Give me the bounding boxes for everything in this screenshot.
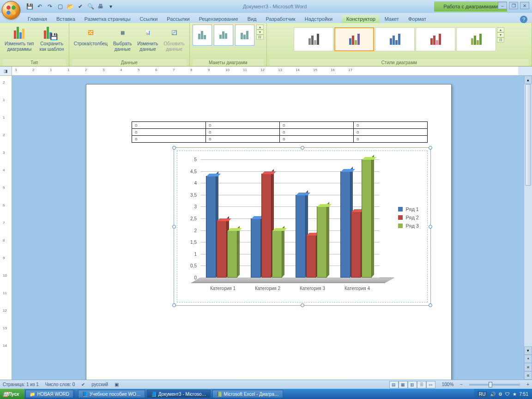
tray-clock[interactable]: 7:51 (520, 392, 528, 397)
scroll-up-button[interactable]: ▴ (524, 76, 532, 84)
new-icon[interactable]: ▢ (55, 2, 65, 11)
scroll-thumb[interactable] (525, 84, 531, 186)
tray-icon[interactable]: 🛡 (505, 392, 510, 397)
tab-page-layout[interactable]: Разметка страницы (80, 15, 135, 23)
view-web[interactable]: ▥ (408, 381, 417, 388)
save-template-label: Сохранить как шаблон (39, 41, 64, 52)
status-words[interactable]: Число слов: 0 (45, 382, 75, 387)
page[interactable]: ¤¤¤¤ ¤¤¤¤ ¤¤¤¤ 00,511,522,533,544,55 (86, 84, 452, 398)
ruler-area: ◨ 3211234567891011121314151617 (0, 66, 532, 76)
style-option-5[interactable] (456, 27, 496, 51)
taskbar-folder[interactable]: 📁 НОВАЯ WORD (25, 390, 73, 398)
window-title: Документ3 - Microsoft Word (115, 4, 434, 9)
tray-icon[interactable]: ★ (513, 392, 517, 397)
save-icon[interactable]: 💾 (25, 2, 34, 11)
spellcheck-status-icon[interactable]: ✔ (81, 382, 85, 387)
style-option-2[interactable] (334, 27, 374, 51)
save-template-button[interactable]: 💾 Сохранить как шаблон (37, 24, 66, 53)
vertical-scrollbar[interactable]: ▴ ▾ ∘ ≡ ≡ (524, 76, 532, 380)
zoom-knob[interactable] (489, 382, 492, 387)
status-page[interactable]: Страница: 1 из 1 (3, 382, 39, 387)
resize-handle[interactable] (429, 146, 432, 150)
tab-addins[interactable]: Надстройки (300, 15, 337, 23)
group-layouts: ▴▾⊟ Макеты диаграмм (190, 23, 267, 66)
tab-developer[interactable]: Разработчик (261, 15, 300, 23)
resize-handle[interactable] (172, 146, 176, 150)
spellcheck-icon[interactable]: ✔ (76, 2, 85, 11)
help-icon[interactable]: ? (520, 16, 527, 23)
qat-more-icon[interactable]: ▾ (106, 2, 115, 11)
chart-y-axis: 00,511,522,533,544,55 (177, 159, 200, 283)
minimize-button[interactable]: – (498, 2, 507, 9)
view-full-screen[interactable]: ▦ (399, 381, 408, 388)
resize-handle[interactable] (301, 146, 304, 150)
tab-references[interactable]: Ссылки (135, 15, 163, 23)
undo-icon[interactable]: ↶ (35, 2, 44, 11)
document-table[interactable]: ¤¤¤¤ ¤¤¤¤ ¤¤¤¤ (132, 121, 428, 143)
zoom-out-button[interactable]: − (460, 382, 463, 387)
zoom-slider[interactable] (469, 384, 520, 386)
switch-row-col-button[interactable]: 🔀 Строка/столбец (72, 24, 109, 48)
view-draft[interactable]: ▭ (426, 381, 435, 388)
close-button[interactable]: ✕ (520, 2, 529, 9)
macro-record-icon[interactable]: ▣ (115, 382, 119, 387)
table-cell[interactable]: ¤ (132, 122, 206, 129)
print-icon[interactable]: 🖶 (96, 2, 105, 11)
select-data-button[interactable]: ▦ Выбрать данные (111, 24, 133, 53)
resize-handle[interactable] (429, 225, 432, 229)
taskbar-item[interactable]: 📗 Microsoft Excel - Диагра… (212, 390, 283, 398)
office-button[interactable] (2, 1, 20, 19)
tab-design[interactable]: Конструктор (342, 15, 380, 23)
tab-view[interactable]: Вид (243, 15, 261, 23)
zoom-in-button[interactable]: + (526, 382, 529, 387)
system-tray: RU 🔊 ⚙ 🛡 ★ 7:51 (474, 389, 532, 399)
style-option-4[interactable] (416, 27, 455, 51)
taskbar-item-active[interactable]: 📘 Документ3 - Microso… (147, 390, 211, 398)
chart-plot-area[interactable]: 00,511,522,533,544,55 Категория 1Категор… (177, 151, 428, 302)
zoom-level[interactable]: 100% (442, 382, 454, 387)
tab-mailings[interactable]: Рассылки (162, 15, 194, 23)
scroll-down-button[interactable]: ▾ (524, 346, 532, 355)
resize-handle[interactable] (172, 303, 176, 307)
style-gallery-pager[interactable]: ▴▾⊟ (497, 27, 504, 42)
style-option-3[interactable] (375, 27, 415, 51)
browse-object-button[interactable]: ∘ (524, 355, 532, 363)
tab-format[interactable]: Формат (404, 15, 431, 23)
ruler-corner[interactable]: ◨ (0, 66, 12, 75)
layout-option-2[interactable] (214, 24, 233, 46)
tab-layout[interactable]: Макет (380, 15, 404, 23)
chart-object[interactable]: 00,511,522,533,544,55 Категория 1Категор… (174, 147, 431, 306)
layout-option-1[interactable] (193, 24, 212, 46)
status-language[interactable]: русский (91, 382, 108, 387)
layout-gallery-pager[interactable]: ▴▾⊟ (256, 24, 264, 40)
tray-icon[interactable]: 🔊 (490, 392, 496, 397)
start-label: Пуск (8, 392, 19, 397)
horizontal-ruler[interactable]: 3211234567891011121314151617 (12, 66, 518, 75)
preview-icon[interactable]: 🔍 (86, 2, 95, 11)
open-icon[interactable]: 📂 (66, 2, 75, 11)
prev-page-button[interactable]: ≡ (524, 363, 532, 371)
chart-floor (191, 278, 394, 283)
resize-handle[interactable] (172, 225, 176, 229)
tray-lang[interactable]: RU (478, 391, 487, 397)
refresh-data-button[interactable]: 🔄 Обновить данные (162, 24, 186, 53)
tab-review[interactable]: Рецензирование (194, 15, 243, 23)
tab-insert[interactable]: Вставка (52, 15, 80, 23)
view-outline[interactable]: ☰ (417, 381, 426, 388)
group-data-label: Данные (72, 59, 187, 66)
next-page-button[interactable]: ≡ (524, 371, 532, 380)
layout-option-3[interactable] (235, 24, 254, 46)
view-print-layout[interactable]: ▤ (389, 381, 399, 388)
taskbar-item[interactable]: 📘 Учебное пособие WO… (78, 390, 145, 398)
vertical-ruler[interactable]: 211234567891011121314 (0, 76, 12, 380)
redo-icon[interactable]: ↷ (45, 2, 54, 11)
style-option-1[interactable] (294, 27, 333, 51)
tray-icon[interactable]: ⚙ (498, 392, 502, 397)
resize-handle[interactable] (429, 303, 432, 307)
start-button[interactable]: 🪟 Пуск (0, 389, 24, 399)
resize-handle[interactable] (301, 303, 304, 307)
change-chart-type-button[interactable]: Изменить тип диаграммы (3, 24, 36, 53)
edit-data-button[interactable]: 📊 Изменить данные (135, 24, 160, 53)
maximize-button[interactable]: ❐ (509, 2, 518, 9)
tab-home[interactable]: Главная (23, 15, 52, 23)
